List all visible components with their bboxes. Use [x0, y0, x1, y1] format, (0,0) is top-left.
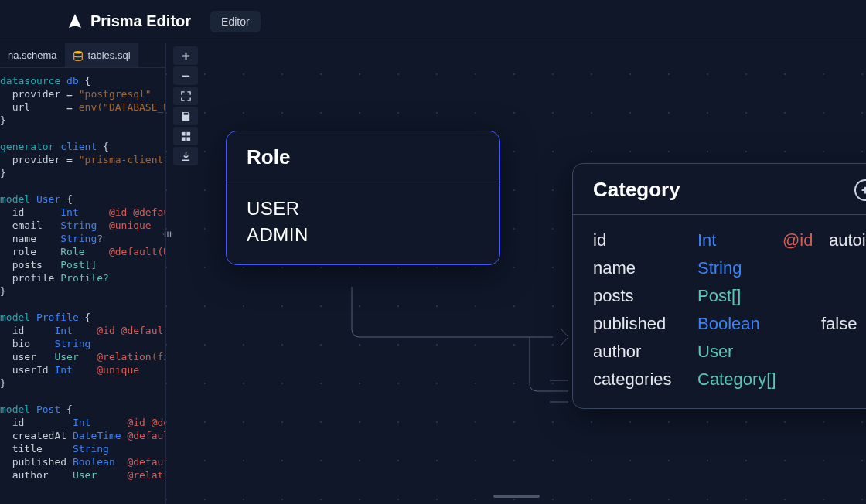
svg-point-0 [73, 50, 82, 53]
svg-rect-1 [183, 112, 188, 114]
field-row: author User [593, 342, 866, 362]
column-resize-handle[interactable] [162, 229, 173, 240]
svg-rect-2 [181, 131, 185, 135]
tab-sql[interactable]: tables.sql [65, 43, 138, 67]
app-logo: Prisma Editor [66, 12, 191, 31]
diagram-canvas[interactable]: Role USER ADMIN Category id Int @id auto [166, 43, 866, 504]
canvas-toolbar [173, 46, 198, 165]
zoom-in-button[interactable] [173, 46, 198, 65]
fit-view-button[interactable] [173, 87, 198, 105]
node-role[interactable]: Role USER ADMIN [226, 131, 500, 265]
svg-rect-4 [181, 137, 185, 141]
app-title: Prisma Editor [90, 12, 191, 30]
file-tab-label: tables.sql [88, 49, 131, 61]
main-area: na.schema tables.sql datasource db { pro… [0, 43, 866, 504]
tab-schema[interactable]: na.schema [0, 43, 65, 67]
node-title: Role [227, 131, 499, 182]
svg-rect-3 [186, 131, 190, 135]
field-row: published Boolean false [593, 314, 866, 334]
database-icon [73, 50, 84, 61]
add-field-button[interactable] [854, 179, 866, 201]
field-row: name String [593, 258, 866, 278]
download-button[interactable] [173, 147, 198, 165]
bottom-drag-handle[interactable] [493, 495, 540, 498]
code-panel: na.schema tables.sql datasource db { pro… [0, 43, 166, 504]
field-row: posts Post[] [593, 286, 866, 306]
editor-mode-button[interactable]: Editor [210, 11, 261, 32]
enum-value: USER [247, 198, 479, 220]
layout-button[interactable] [173, 127, 198, 145]
enum-value: ADMIN [247, 224, 479, 246]
file-tab-label: na.schema [8, 49, 57, 61]
node-title: Category [573, 164, 866, 215]
field-row: id Int @id autoincrement [593, 230, 866, 250]
zoom-out-button[interactable] [173, 66, 198, 85]
file-tabs: na.schema tables.sql [0, 43, 165, 68]
prisma-logo-icon [66, 12, 84, 31]
svg-rect-5 [186, 137, 190, 141]
node-category[interactable]: Category id Int @id autoincrement name S… [572, 163, 866, 409]
field-row: categories Category[] [593, 369, 866, 390]
save-button[interactable] [173, 107, 198, 125]
code-editor[interactable]: datasource db { provider = "postgresql" … [0, 68, 165, 504]
app-header: Prisma Editor Editor [0, 0, 866, 43]
